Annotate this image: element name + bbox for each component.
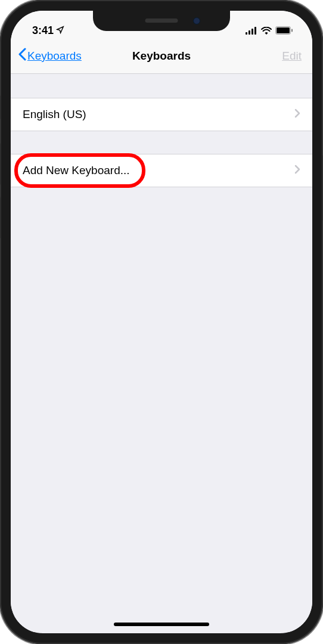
keyboard-row-label: English (US): [23, 108, 86, 121]
add-new-keyboard-row[interactable]: Add New Keyboard...: [11, 154, 312, 187]
battery-icon: [275, 26, 293, 35]
phone-frame: 3:41: [0, 0, 323, 644]
notch: [93, 11, 230, 31]
status-left: 3:41: [32, 24, 64, 37]
speaker: [145, 18, 178, 23]
navigation-bar: Keyboards Keyboards Edit: [11, 41, 312, 74]
svg-rect-1: [249, 30, 250, 35]
chevron-right-icon: [294, 108, 300, 121]
back-button[interactable]: Keyboards: [18, 48, 82, 64]
volume-up-button: [0, 143, 1, 185]
back-label: Keyboards: [27, 49, 82, 63]
cellular-signal-icon: [246, 27, 257, 35]
status-right: [246, 26, 293, 35]
content-area: English (US) Add New Keyboard...: [11, 74, 312, 632]
svg-rect-3: [254, 27, 256, 35]
keyboard-row-english-us[interactable]: English (US): [11, 98, 312, 131]
chevron-left-icon: [18, 48, 26, 64]
section-spacer: [11, 131, 312, 154]
svg-rect-6: [291, 29, 293, 32]
svg-rect-0: [246, 32, 247, 35]
edit-button[interactable]: Edit: [282, 49, 302, 63]
svg-rect-5: [277, 27, 290, 33]
volume-down-button: [0, 197, 1, 239]
chevron-right-icon: [294, 164, 300, 177]
front-camera: [193, 17, 200, 24]
page-title: Keyboards: [132, 49, 191, 63]
home-indicator[interactable]: [114, 623, 209, 626]
status-time: 3:41: [32, 24, 54, 37]
section-spacer: [11, 74, 312, 98]
side-button: [0, 95, 1, 119]
screen: 3:41: [11, 11, 312, 633]
location-arrow-icon: [56, 24, 64, 37]
svg-rect-2: [251, 29, 253, 35]
wifi-icon: [261, 27, 272, 35]
add-new-keyboard-label: Add New Keyboard...: [23, 164, 130, 177]
